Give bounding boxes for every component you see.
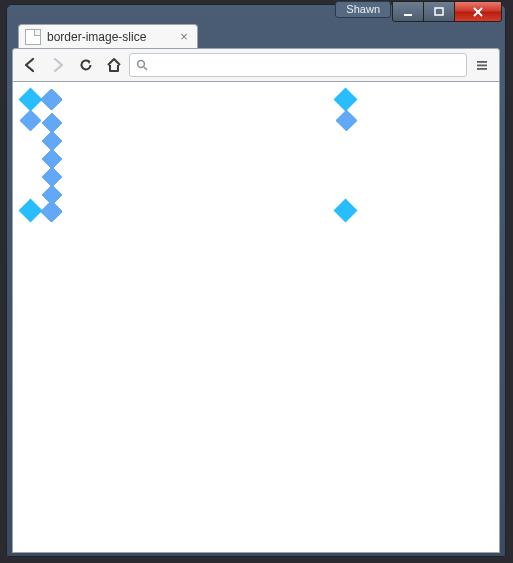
- diamond: [335, 110, 356, 131]
- diamond-fill-row: [45, 150, 331, 168]
- svg-rect-8: [477, 68, 487, 70]
- svg-line-5: [144, 67, 147, 70]
- user-badge[interactable]: Shawn: [335, 1, 391, 18]
- back-button[interactable]: [17, 53, 43, 77]
- diamond-fill: [42, 149, 62, 169]
- window-titlebar: Shawn: [6, 4, 506, 22]
- diamond-corner: [333, 198, 357, 222]
- reload-button[interactable]: [73, 53, 99, 77]
- window-controls: [393, 1, 502, 22]
- maximize-button[interactable]: [423, 1, 455, 22]
- diamond-edge-top: [44, 88, 332, 110]
- minimize-icon: [403, 7, 413, 17]
- diamond-corner: [18, 198, 42, 222]
- svg-point-4: [138, 61, 145, 68]
- diamond-fill-row: [45, 114, 331, 132]
- diamond-fill-row: [45, 168, 331, 186]
- diamond-edge-left: [19, 113, 41, 197]
- diamond-corner: [333, 87, 357, 111]
- home-button[interactable]: [101, 53, 127, 77]
- forward-arrow-icon: [50, 57, 66, 73]
- menu-button[interactable]: [469, 53, 495, 77]
- tab-strip: border-image-slice ×: [12, 22, 500, 48]
- file-icon: [25, 29, 41, 45]
- diamond: [41, 88, 62, 109]
- svg-rect-6: [477, 61, 487, 63]
- close-icon: [472, 6, 484, 18]
- forward-button[interactable]: [45, 53, 71, 77]
- diamond-fill: [42, 185, 62, 205]
- svg-rect-1: [435, 8, 443, 15]
- address-bar[interactable]: [129, 53, 467, 77]
- page-viewport: [12, 82, 500, 553]
- maximize-icon: [434, 7, 444, 17]
- diamond-fill: [42, 113, 62, 133]
- diamond: [19, 110, 40, 131]
- diamond-edge-right: [335, 113, 357, 197]
- diamond-fill-row: [45, 132, 331, 150]
- window-frame: Shawn border-image-slice ×: [6, 4, 506, 557]
- minimize-button[interactable]: [392, 1, 424, 22]
- border-image-demo: [19, 88, 357, 222]
- search-icon: [136, 59, 148, 71]
- diamond-corner: [18, 87, 42, 111]
- diamond-fill-row: [45, 186, 331, 204]
- close-button[interactable]: [454, 1, 502, 22]
- menu-icon: [475, 58, 489, 72]
- tab-title: border-image-slice: [47, 30, 177, 44]
- home-icon: [106, 57, 122, 73]
- address-input[interactable]: [154, 57, 460, 74]
- reload-icon: [78, 57, 94, 73]
- tab-close-button[interactable]: ×: [177, 30, 191, 43]
- svg-rect-0: [404, 14, 412, 16]
- browser-toolbar: [12, 48, 500, 82]
- browser-tab[interactable]: border-image-slice ×: [18, 24, 198, 48]
- svg-rect-7: [477, 65, 487, 67]
- back-arrow-icon: [22, 57, 38, 73]
